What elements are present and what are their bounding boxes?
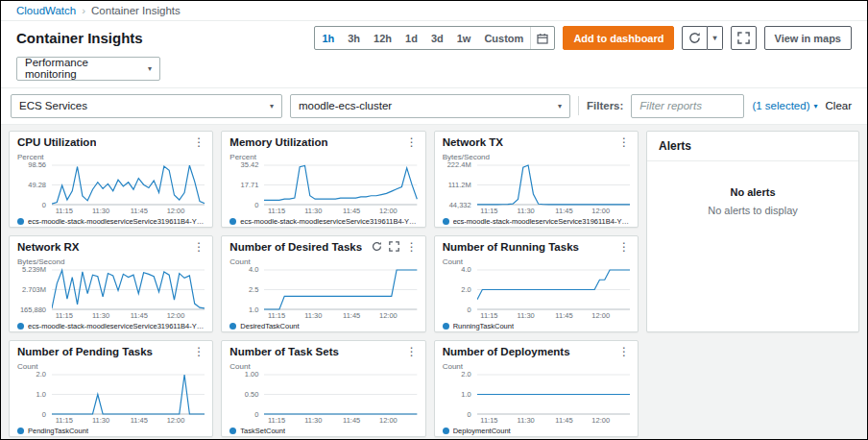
y-tick-label: 0	[42, 409, 46, 418]
chart-plot[interactable]	[477, 268, 630, 310]
chart-legend[interactable]: DesiredTaskCount	[229, 322, 417, 330]
chart-menu-button[interactable]: ⋮	[406, 346, 418, 357]
y-tick-label: 2.0	[461, 284, 470, 293]
chart-menu-button[interactable]: ⋮	[406, 136, 418, 148]
y-tick-label: 2.703M	[22, 284, 46, 293]
time-range-1h[interactable]: 1h	[315, 27, 341, 49]
chart-card: Number of Task Sets ⋮ Count 1.00 0.50 0 …	[221, 340, 425, 437]
chart-card: Number of Pending Tasks ⋮ Count 2.0 1.0 …	[9, 340, 213, 437]
x-tick-label: 11:45	[131, 416, 148, 425]
chart-plot-area: 2.0 1.0 0	[52, 373, 205, 415]
chart-card: Number of Desired Tasks ⋮ Count 4.0 2.5 …	[221, 235, 425, 332]
legend-marker-icon	[229, 323, 236, 330]
time-range-1w[interactable]: 1w	[450, 27, 478, 49]
alerts-empty-title: No alerts	[647, 186, 858, 198]
chart-menu-button[interactable]: ⋮	[406, 241, 418, 253]
breadcrumb-cloudwatch-link[interactable]: CloudWatch	[16, 5, 76, 16]
chart-legend[interactable]: PendingTaskCount	[17, 427, 205, 435]
refresh-options-button[interactable]: ▾	[708, 26, 722, 50]
chart-title: Number of Desired Tasks	[229, 241, 362, 253]
refresh-icon	[688, 32, 701, 44]
y-tick-label: 4.0	[249, 265, 258, 274]
chart-legend[interactable]: ecs-moodle-stack-moodleserviceService319…	[17, 217, 205, 226]
chart-plot[interactable]	[477, 163, 630, 206]
time-range-12h[interactable]: 12h	[367, 27, 398, 49]
chart-card: Number of Deployments ⋮ Count 2.0 1.0 0 …	[434, 340, 639, 437]
chart-menu-button[interactable]: ⋮	[618, 136, 630, 148]
cluster-value: moodle-ecs-cluster	[299, 100, 392, 111]
chart-card-actions: ⋮	[372, 241, 418, 253]
chart-plot[interactable]	[264, 163, 417, 206]
fullscreen-button[interactable]	[731, 26, 757, 50]
x-tick-label: 11:15	[268, 416, 285, 425]
x-tick-label: 11:30	[92, 416, 109, 425]
y-tick-label: 0	[467, 409, 470, 418]
time-range-control: 1h3h12h1d3d1wCustom	[314, 26, 555, 50]
refresh-icon[interactable]	[372, 241, 382, 252]
time-range-3d[interactable]: 3d	[424, 27, 450, 49]
chart-menu-button[interactable]: ⋮	[193, 241, 205, 253]
add-to-dashboard-button[interactable]: Add to dashboard	[563, 26, 674, 50]
x-tick-label: 11:15	[268, 311, 285, 320]
x-tick-label: 12:00	[379, 311, 398, 320]
chart-card-actions: ⋮	[193, 346, 205, 357]
clear-filters-button[interactable]: Clear	[826, 100, 852, 111]
selected-filters-dropdown[interactable]: (1 selected) ▾	[752, 100, 817, 111]
chart-plot-area: 1.00 0.50 0	[264, 373, 417, 415]
chart-menu-button[interactable]: ⋮	[193, 136, 205, 148]
breadcrumb: CloudWatch › Container Insights	[1, 1, 867, 21]
calendar-icon[interactable]	[530, 27, 554, 49]
resource-type-select[interactable]: ECS Services ▾	[11, 94, 282, 118]
chart-card-actions: ⋮	[406, 136, 418, 148]
chart-menu-button[interactable]: ⋮	[618, 346, 630, 357]
chart-title: Number of Pending Tasks	[17, 346, 153, 357]
expand-icon[interactable]	[389, 241, 399, 252]
alerts-title: Alerts	[647, 132, 858, 161]
chart-legend[interactable]: DeploymentCount	[443, 427, 630, 435]
view-mode-select[interactable]: Performance monitoring ▾	[16, 57, 160, 81]
chart-card-header: Number of Task Sets ⋮	[229, 346, 417, 361]
chart-menu-button[interactable]: ⋮	[618, 241, 630, 253]
cluster-select[interactable]: moodle-ecs-cluster ▾	[290, 94, 570, 118]
y-axis-labels: 2.0 1.0 0	[17, 373, 48, 415]
x-tick-label: 12:00	[591, 207, 610, 215]
chart-plot-area: 98.56 49.28 0	[52, 163, 205, 206]
chart-menu-button[interactable]: ⋮	[193, 346, 205, 357]
legend-marker-icon	[17, 218, 24, 225]
x-tick-label: 11:30	[518, 207, 535, 215]
chart-plot[interactable]	[52, 268, 205, 310]
y-tick-label: 2.0	[36, 370, 46, 379]
y-tick-label: 111.2M	[448, 180, 471, 188]
chart-plot-area: 5.239M 2.703M 165,880	[52, 268, 205, 310]
y-tick-label: 0	[254, 409, 258, 418]
legend-marker-icon	[443, 218, 449, 225]
x-axis-labels: 11:1511:3011:4512:00	[264, 311, 417, 320]
chart-legend[interactable]: ecs-moodle-stack-moodleserviceService319…	[443, 217, 630, 226]
legend-label: RunningTaskCount	[453, 322, 514, 330]
chart-plot[interactable]	[264, 268, 417, 310]
chart-legend[interactable]: ecs-moodle-stack-moodleserviceService319…	[17, 322, 205, 330]
chevron-down-icon: ▾	[558, 102, 562, 110]
view-in-maps-button[interactable]: View in maps	[764, 26, 853, 50]
chart-plot[interactable]	[52, 163, 205, 206]
view-mode-row: Performance monitoring ▾	[1, 51, 867, 88]
y-axis-labels: 4.0 2.0 0	[443, 268, 473, 310]
chart-plot[interactable]	[264, 373, 417, 415]
alerts-empty-state: No alerts No alerts to display	[647, 161, 858, 216]
time-range-1d[interactable]: 1d	[398, 27, 424, 49]
x-tick-label: 11:45	[555, 416, 572, 425]
y-axis-labels: 98.56 49.28 0	[17, 163, 48, 206]
filter-reports-input[interactable]	[631, 94, 744, 118]
refresh-button[interactable]	[682, 26, 708, 50]
chart-legend[interactable]: RunningTaskCount	[443, 322, 630, 330]
chart-plot[interactable]	[477, 373, 630, 415]
charts-grid: Alerts No alerts No alerts to display CP…	[9, 131, 859, 437]
chart-legend[interactable]: ecs-moodle-stack-moodleserviceService319…	[229, 217, 417, 226]
x-tick-label: 11:45	[343, 311, 360, 320]
chart-plot[interactable]	[52, 373, 205, 415]
time-range-custom[interactable]: Custom	[477, 27, 530, 49]
legend-marker-icon	[229, 428, 236, 434]
chart-legend[interactable]: TaskSetCount	[229, 427, 417, 435]
chart-title: Network TX	[443, 136, 503, 148]
time-range-3h[interactable]: 3h	[341, 27, 367, 49]
